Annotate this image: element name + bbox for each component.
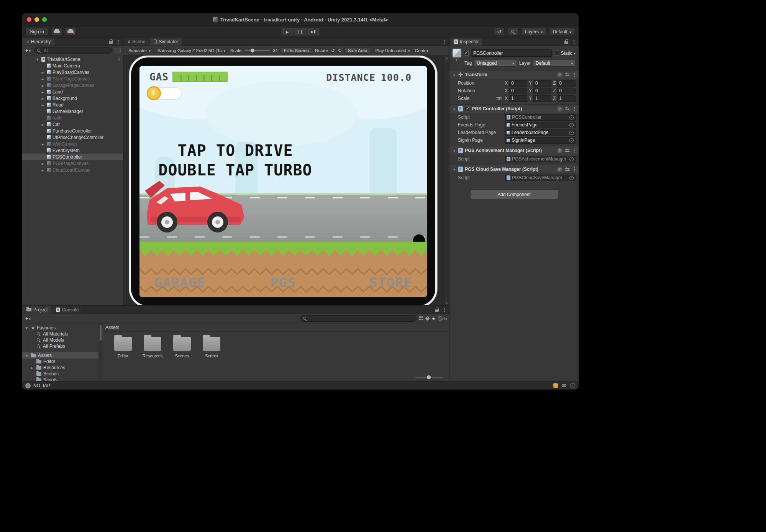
tab-scene[interactable]: Scene [124,38,149,46]
component-enabled-checkbox[interactable] [465,106,470,111]
step-button[interactable] [307,28,320,36]
kebab-icon[interactable] [572,39,576,44]
garage-button[interactable]: GARAGE [154,275,206,290]
hidden-packages-toggle[interactable]: 5 [438,316,447,321]
presets-icon[interactable] [565,167,569,171]
foldout-icon[interactable] [24,325,29,331]
asset-folder[interactable]: Scenes [170,337,194,358]
favorite-item[interactable]: All Models [22,337,98,343]
scene-visibility-icon[interactable] [115,48,121,53]
static-checkbox[interactable] [554,51,559,56]
kebab-icon[interactable] [572,106,576,111]
transform-header[interactable]: Transform [449,70,579,79]
thumbnail-size-slider[interactable] [415,377,443,378]
tree-folder[interactable]: Resources [22,365,98,371]
object-picker-icon[interactable] [569,115,574,120]
favorite-item[interactable]: All Materials [22,331,98,337]
help-icon[interactable] [557,167,562,172]
hierarchy-item[interactable]: Land [22,88,123,95]
scroll-up-icon[interactable]: ▲ [446,56,448,59]
lock-icon[interactable] [564,39,568,44]
tree-scrollbar[interactable] [99,323,102,381]
hierarchy-item[interactable]: GaragePageCanvas [22,82,123,88]
asset-folder[interactable]: Editor [111,337,135,358]
hierarchy-search[interactable] [34,47,112,54]
slider-knob[interactable] [251,49,254,52]
static-dropdown[interactable]: Static [554,51,576,56]
hierarchy-item[interactable]: Main Camera [22,62,123,69]
position-x-field[interactable]: 0 [509,80,527,87]
foldout-icon[interactable] [40,161,45,166]
tab-inspector[interactable]: Inspector [450,38,482,46]
foldout-icon[interactable] [40,102,45,108]
help-icon[interactable] [557,106,562,111]
leaderboard-page-field[interactable]: LeaderboardPage [505,129,576,136]
search-by-label-icon[interactable] [425,316,430,321]
position-y-field[interactable]: 0 [533,80,551,87]
hierarchy-item[interactable]: StorePageCanvas [22,75,123,82]
foldout-icon[interactable] [40,96,45,101]
presets-icon[interactable] [565,149,569,152]
component-header[interactable]: PGS Controller (Script) [449,104,579,113]
help-icon[interactable] [557,72,562,77]
play-unfocused-dropdown[interactable]: Play Unfocused [373,48,412,53]
progress-idle-icon[interactable] [570,383,575,388]
tab-console[interactable]: Console [52,306,82,314]
object-picker-icon[interactable] [569,157,574,162]
search-everywhere-button[interactable] [508,28,518,36]
scale-y-field[interactable]: 1 [533,95,551,102]
object-picker-icon[interactable] [569,138,574,143]
zoom-window-button[interactable] [42,17,47,22]
component-header[interactable]: PGS Cloud Save Manager (Script) [449,165,579,174]
tab-simulator[interactable]: Simulator [150,38,182,46]
presets-icon[interactable] [565,73,569,77]
hierarchy-item[interactable]: rock [22,115,123,121]
save-search-icon[interactable] [431,316,435,321]
foldout-icon[interactable] [30,365,34,370]
rotate-right-icon[interactable] [338,48,342,53]
device-dropdown[interactable]: Samsung Galaxy Z Fold2 5G (Ta [156,48,227,53]
sign-in-button[interactable]: Sign in [26,28,48,36]
scale-x-field[interactable]: 1 [509,95,527,102]
foldout-icon[interactable] [40,76,45,82]
object-picker-icon[interactable] [569,130,574,135]
hierarchy-item[interactable]: PGSPageCanvas [22,160,123,167]
asset-folder[interactable]: Resources [140,337,165,358]
script-object-field[interactable]: PGSController [505,114,576,121]
tree-folder[interactable]: Scripts [22,377,98,381]
search-by-type-icon[interactable] [419,316,423,321]
tag-dropdown[interactable]: Untagged [474,60,517,67]
active-checkbox[interactable] [464,51,469,56]
kebab-icon[interactable] [116,39,120,44]
minimize-window-button[interactable] [34,17,39,22]
rotation-z-field[interactable]: 0 [557,88,576,94]
signin-page-field[interactable]: SigninPage [505,137,576,144]
uniform-scale-link-icon[interactable] [496,97,502,100]
object-picker-icon[interactable] [569,175,574,180]
friends-page-field[interactable]: FriendsPage [505,122,576,128]
hierarchy-item[interactable]: WaitCanvas [22,141,123,147]
hierarchy-item-selected[interactable]: PGSController [22,154,123,160]
favorite-item[interactable]: All Prefabs [22,343,98,349]
scale-slider[interactable] [244,50,270,51]
foldout-icon[interactable] [452,148,456,153]
store-button[interactable]: STORE [369,275,412,290]
layer-dropdown[interactable]: Default [533,60,576,67]
tab-hierarchy[interactable]: ≡ Hierarchy [23,38,54,46]
scale-z-field[interactable]: 1 [557,95,576,102]
kebab-icon[interactable] [572,167,576,172]
gameobject-name-field[interactable] [471,49,552,57]
fit-to-screen-button[interactable]: Fit to Screen [281,47,312,54]
project-search-input[interactable] [309,316,414,321]
foldout-icon[interactable] [40,70,45,75]
component-header[interactable]: PGS Achievement Manager (Script) [449,146,579,155]
favorites-root[interactable]: Favorites [22,325,98,331]
foldout-icon[interactable] [452,167,456,172]
presets-icon[interactable] [565,107,569,111]
scene-scrollbar[interactable]: ▲▼ [444,56,449,305]
hierarchy-item[interactable]: Car [22,121,123,128]
hierarchy-item[interactable]: EventSystem [22,147,123,154]
foldout-icon[interactable] [24,353,29,358]
hierarchy-item-scene[interactable]: TrivialKartScene [22,56,123,62]
kebab-icon[interactable] [572,148,576,153]
